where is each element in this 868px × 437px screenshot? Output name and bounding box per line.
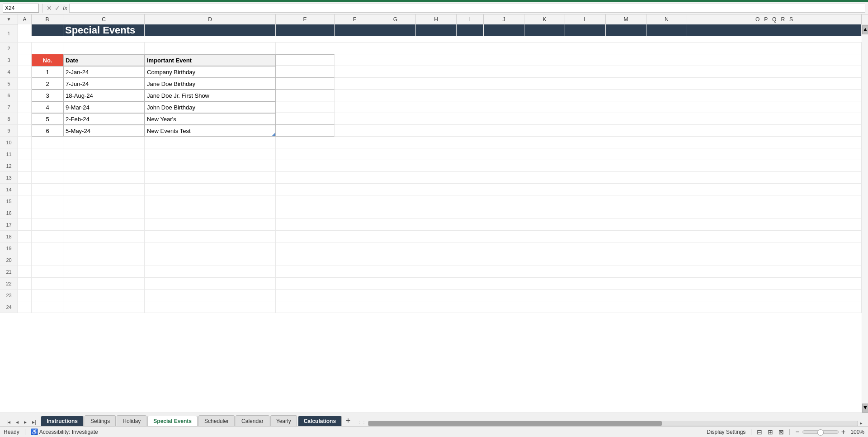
h-scrollbar-track[interactable] — [368, 421, 858, 426]
name-box[interactable]: X24 — [3, 4, 39, 13]
col-header-d[interactable]: D — [145, 14, 276, 24]
cell-d21[interactable] — [145, 266, 276, 278]
cell-c2[interactable] — [63, 43, 145, 54]
cell-c8-date[interactable]: 2-Feb-24 — [63, 113, 145, 125]
cell-d6-event[interactable]: Jane Doe Jr. First Show — [145, 90, 276, 101]
cell-d10[interactable] — [145, 137, 276, 148]
tab-scheduler[interactable]: Scheduler — [198, 415, 235, 426]
cell-d14[interactable] — [145, 184, 276, 195]
cell-a4[interactable] — [18, 66, 32, 78]
col-header-f[interactable]: F — [335, 14, 375, 24]
cell-c22[interactable] — [63, 278, 145, 290]
col-header-a[interactable]: A — [18, 14, 32, 24]
cell-b8-no[interactable]: 5 — [32, 113, 63, 125]
zoom-out-button[interactable]: − — [795, 428, 799, 436]
cell-a21[interactable] — [18, 266, 32, 278]
cell-a16[interactable] — [18, 207, 32, 219]
cell-b12[interactable] — [32, 160, 63, 172]
cell-b19[interactable] — [32, 242, 63, 254]
zoom-slider-track[interactable] — [802, 430, 839, 434]
cell-a8[interactable] — [18, 113, 32, 125]
cell-b11[interactable] — [32, 148, 63, 160]
cell-d7-event[interactable]: John Doe Birthday — [145, 101, 276, 113]
cell-d17[interactable] — [145, 219, 276, 231]
cell-a9[interactable] — [18, 125, 32, 137]
v-scroll-down[interactable]: ▼ — [862, 404, 868, 413]
tab-nav-left[interactable]: ◂ — [14, 418, 20, 426]
tab-instructions[interactable]: Instructions — [41, 416, 84, 427]
cell-b13[interactable] — [32, 172, 63, 184]
cell-d18[interactable] — [145, 231, 276, 242]
cell-b1-banner[interactable] — [32, 24, 63, 36]
cell-c7-date[interactable]: 9-Mar-24 — [63, 101, 145, 113]
cell-a14[interactable] — [18, 184, 32, 195]
cell-a12[interactable] — [18, 160, 32, 172]
tab-nav-right-end[interactable]: ▸| — [30, 418, 38, 426]
tab-nav-left-end[interactable]: |◂ — [5, 418, 12, 426]
col-header-k[interactable]: K — [524, 14, 565, 24]
confirm-icon[interactable]: ✓ — [55, 5, 60, 12]
add-sheet-button[interactable]: + — [343, 415, 354, 426]
cell-b23[interactable] — [32, 290, 63, 301]
col-header-rest[interactable]: O P Q R S — [687, 14, 862, 24]
cell-a22[interactable] — [18, 278, 32, 290]
col-header-c[interactable]: C — [63, 14, 145, 24]
tab-yearly[interactable]: Yearly — [270, 415, 297, 426]
cell-d24[interactable] — [145, 301, 276, 313]
cell-d22[interactable] — [145, 278, 276, 290]
cell-d19[interactable] — [145, 242, 276, 254]
cell-a6[interactable] — [18, 90, 32, 101]
cell-a5[interactable] — [18, 78, 32, 90]
cell-a19[interactable] — [18, 242, 32, 254]
cell-a15[interactable] — [18, 195, 32, 207]
cell-b21[interactable] — [32, 266, 63, 278]
cell-b4-no[interactable]: 1 — [32, 66, 63, 78]
cell-d12[interactable] — [145, 160, 276, 172]
cell-a7[interactable] — [18, 101, 32, 113]
vertical-scrollbar[interactable]: ▲ ▼ — [862, 24, 868, 413]
cell-d23[interactable] — [145, 290, 276, 301]
normal-view-icon[interactable]: ⊟ — [757, 428, 762, 436]
cell-a2[interactable] — [18, 43, 32, 54]
tab-calculations[interactable]: Calculations — [298, 416, 342, 427]
cell-a10[interactable] — [18, 137, 32, 148]
cell-c4-date[interactable]: 2-Jan-24 — [63, 66, 145, 78]
cell-b9-no[interactable]: 6 — [32, 125, 63, 137]
cell-c11[interactable] — [63, 148, 145, 160]
cell-c15[interactable] — [63, 195, 145, 207]
cell-b6-no[interactable]: 3 — [32, 90, 63, 101]
cell-d2[interactable] — [145, 43, 276, 54]
function-icon[interactable]: fx — [63, 5, 67, 12]
cell-c6-date[interactable]: 18-Aug-24 — [63, 90, 145, 101]
cell-b18[interactable] — [32, 231, 63, 242]
col-header-g[interactable]: G — [375, 14, 416, 24]
cell-b22[interactable] — [32, 278, 63, 290]
cell-d11[interactable] — [145, 148, 276, 160]
cell-d15[interactable] — [145, 195, 276, 207]
v-scroll-up[interactable]: ▲ — [862, 25, 868, 34]
cell-b14[interactable] — [32, 184, 63, 195]
col-header-h[interactable]: H — [416, 14, 457, 24]
cell-c17[interactable] — [63, 219, 145, 231]
cancel-icon[interactable]: ✕ — [47, 5, 52, 12]
col-header-j[interactable]: J — [484, 14, 524, 24]
cell-c14[interactable] — [63, 184, 145, 195]
display-settings[interactable]: Display Settings — [707, 429, 745, 435]
col-header-m[interactable]: M — [606, 14, 646, 24]
cell-a3[interactable] — [18, 54, 32, 66]
col-header-b[interactable]: B — [32, 14, 63, 24]
cell-d13[interactable] — [145, 172, 276, 184]
cell-d4-event[interactable]: Company Birthday — [145, 66, 276, 78]
cell-c5-date[interactable]: 7-Jun-24 — [63, 78, 145, 90]
tab-calendar[interactable]: Calendar — [236, 415, 269, 426]
cell-a17[interactable] — [18, 219, 32, 231]
cell-c13[interactable] — [63, 172, 145, 184]
cell-a1[interactable] — [18, 24, 32, 36]
tab-settings[interactable]: Settings — [85, 415, 116, 426]
cell-c10[interactable] — [63, 137, 145, 148]
cell-b10[interactable] — [32, 137, 63, 148]
cell-a18[interactable] — [18, 231, 32, 242]
cell-a24[interactable] — [18, 301, 32, 313]
cell-b24[interactable] — [32, 301, 63, 313]
col-header-n[interactable]: N — [646, 14, 687, 24]
